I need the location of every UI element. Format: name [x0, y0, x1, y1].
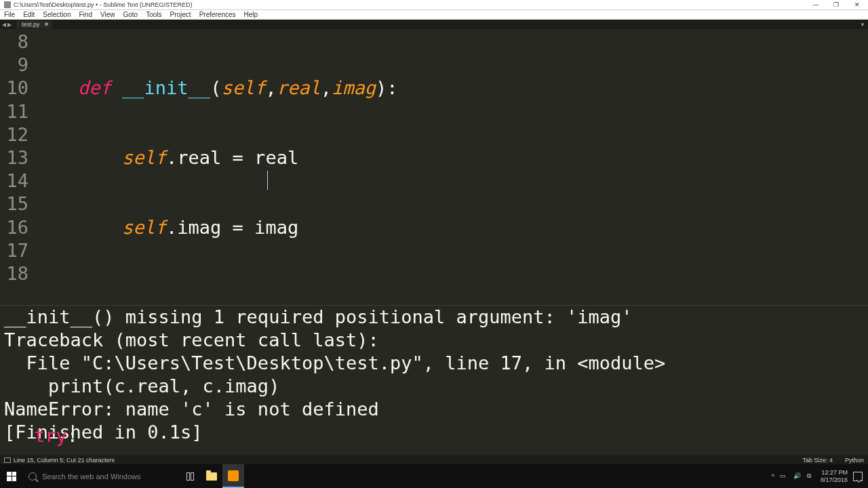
- window-title: C:\Users\Test\Desktop\test.py • - Sublim…: [14, 1, 193, 8]
- menu-goto[interactable]: Goto: [119, 11, 142, 18]
- close-button[interactable]: ✕: [846, 0, 868, 9]
- windows-logo-icon: [7, 472, 16, 481]
- menu-edit[interactable]: Edit: [19, 11, 39, 18]
- param-self: self: [221, 77, 265, 98]
- console-toggle-icon[interactable]: [4, 458, 11, 463]
- menu-view[interactable]: View: [96, 11, 119, 18]
- tab-test-py[interactable]: test.py: [16, 20, 52, 28]
- tab-nav-forward-icon[interactable]: ▶: [7, 22, 12, 28]
- line-number: 14: [0, 169, 28, 192]
- code-area[interactable]: def __init__(self,real,imag): self.real …: [34, 29, 868, 305]
- param: imag: [332, 77, 376, 98]
- line-number: 15: [0, 192, 28, 216]
- line-number: 10: [0, 77, 28, 100]
- menu-tools[interactable]: Tools: [142, 11, 165, 18]
- menu-help[interactable]: Help: [240, 11, 262, 18]
- code-text: .real = real: [166, 147, 298, 168]
- line-gutter: 8 9 10 11 12 13 14 15 16 17 18: [0, 29, 34, 305]
- line-number: 9: [0, 54, 28, 77]
- keyword-try: try: [34, 425, 67, 446]
- line-number: 8: [0, 30, 28, 54]
- param: real: [277, 77, 321, 98]
- tab-nav-back-icon[interactable]: ◀: [2, 22, 6, 28]
- function-name: __init__: [122, 77, 210, 98]
- code-editor[interactable]: 8 9 10 11 12 13 14 15 16 17 18 def __ini…: [0, 29, 868, 305]
- code-text: .imag = imag: [166, 217, 298, 238]
- menu-project[interactable]: Project: [166, 11, 195, 18]
- line-number: 12: [0, 123, 28, 146]
- secondary-cursor: [267, 171, 268, 190]
- menu-selection[interactable]: Selection: [39, 11, 75, 18]
- menu-file[interactable]: File: [0, 11, 19, 18]
- tab-dropdown-icon[interactable]: ▼: [860, 22, 865, 28]
- app-icon: [4, 1, 11, 8]
- menu-find[interactable]: Find: [75, 11, 96, 18]
- self-ref: self: [122, 217, 166, 238]
- maximize-button[interactable]: ❐: [826, 0, 846, 9]
- self-ref: self: [122, 147, 166, 168]
- line-number: 11: [0, 100, 28, 123]
- line-number: 18: [0, 262, 28, 285]
- window-titlebar: C:\Users\Test\Desktop\test.py • - Sublim…: [0, 0, 868, 10]
- search-icon: [28, 472, 37, 481]
- menu-preferences[interactable]: Preferences: [195, 11, 240, 18]
- line-number: 16: [0, 216, 28, 239]
- tab-bar: ◀ ▶ test.py ▼: [0, 20, 868, 29]
- tab-dirty-icon: [45, 22, 48, 26]
- line-number: 13: [0, 146, 28, 169]
- action-center-icon[interactable]: [853, 472, 863, 481]
- folder-icon: [206, 472, 217, 481]
- menu-bar: File Edit Selection Find View Goto Tools…: [0, 10, 868, 20]
- tab-label: test.py: [22, 21, 40, 28]
- line-number: 17: [0, 239, 28, 262]
- start-button[interactable]: [0, 464, 23, 488]
- keyword-def: def: [78, 77, 111, 98]
- minimize-button[interactable]: —: [806, 0, 826, 9]
